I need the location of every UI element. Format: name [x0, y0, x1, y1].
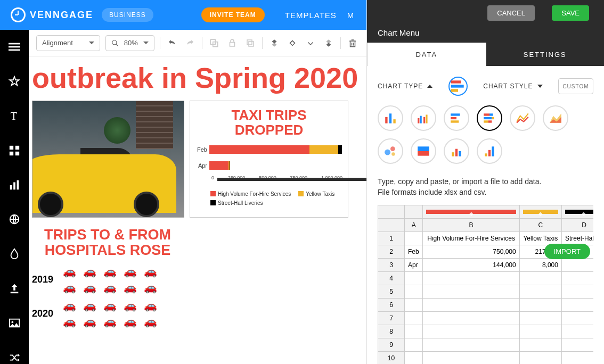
bring-to-front-button[interactable]	[268, 36, 281, 50]
chart-type-histogram[interactable]	[444, 138, 469, 164]
chevron-down-icon	[143, 42, 149, 44]
col-a[interactable]	[405, 205, 423, 219]
send-to-back-button[interactable]	[322, 36, 335, 50]
divider	[217, 178, 366, 181]
taxi-chart-card[interactable]: TAXI TRIPSDROPPED Feb Apr	[190, 101, 348, 218]
svg-rect-52	[455, 149, 458, 156]
bar-chart: Feb Apr 0 25	[195, 143, 342, 188]
chart-type-line[interactable]	[510, 105, 535, 131]
svg-rect-21	[249, 42, 254, 46]
year-2019: 2019	[32, 274, 53, 285]
svg-rect-27	[451, 80, 461, 83]
svg-rect-6	[10, 152, 13, 155]
chart-icon[interactable]	[7, 178, 22, 192]
svg-rect-45	[488, 120, 492, 122]
copy-button[interactable]	[244, 36, 257, 50]
svg-rect-19	[230, 42, 234, 46]
col-c[interactable]: ◆	[519, 205, 561, 219]
chart-type-stacked-bar[interactable]	[477, 105, 502, 131]
svg-rect-2	[9, 49, 20, 51]
chart-type-label[interactable]: CHART TYPE	[378, 82, 432, 90]
svg-rect-4	[10, 146, 13, 150]
zoom-value: 80%	[124, 39, 138, 47]
cancel-button[interactable]: CANCEL	[487, 5, 535, 21]
text-icon[interactable]: T	[7, 110, 22, 123]
svg-rect-28	[451, 85, 463, 87]
lock-button[interactable]	[226, 36, 239, 50]
headline-text[interactable]: outbreak in Spring 2020	[29, 56, 366, 101]
chart-type-grouped-column[interactable]	[411, 105, 436, 131]
drop-icon[interactable]	[7, 247, 22, 261]
svg-rect-50	[418, 151, 429, 156]
hospitals-section[interactable]: TRIPS TO & FROMHOSPITALS ROSE 2019 🚗🚗🚗🚗🚗…	[29, 218, 183, 327]
design-canvas[interactable]: outbreak in Spring 2020 TAXI TRIPSDROPPE…	[29, 56, 366, 364]
globe-icon[interactable]	[7, 213, 22, 226]
svg-rect-49	[418, 146, 429, 151]
image-icon[interactable]	[7, 316, 22, 329]
chart-legend: High Volume For-Hire Services Yellow Tax…	[210, 191, 342, 206]
svg-rect-12	[11, 292, 19, 293]
brand-name: VENNGAGE	[30, 10, 93, 21]
svg-rect-39	[451, 120, 459, 122]
svg-rect-35	[423, 117, 425, 123]
panel-title: Chart Menu	[378, 28, 419, 37]
redo-button[interactable]	[184, 36, 197, 50]
send-backward-button[interactable]	[304, 36, 317, 50]
card-title: TAXI TRIPSDROPPED	[195, 107, 342, 138]
svg-line-16	[116, 44, 118, 46]
alignment-dropdown[interactable]: Alignment	[36, 35, 100, 51]
svg-rect-31	[389, 113, 391, 123]
svg-rect-53	[459, 151, 461, 156]
selected-chart-type-icon[interactable]	[448, 77, 468, 96]
chart-type-bubble[interactable]	[378, 138, 403, 164]
chart-type-sorted-bar[interactable]	[477, 138, 502, 164]
svg-rect-32	[393, 119, 395, 123]
tab-settings[interactable]: SETTINGS	[486, 43, 605, 66]
svg-rect-0	[9, 43, 20, 45]
shapes-icon[interactable]	[7, 144, 22, 157]
svg-rect-36	[426, 115, 427, 123]
panel-header: CANCEL SAVE Chart Menu	[367, 0, 604, 43]
svg-rect-22	[350, 41, 355, 47]
bring-forward-button[interactable]	[286, 36, 299, 50]
import-button[interactable]: IMPORT	[544, 244, 590, 259]
chart-style-label[interactable]: CHART STYLE	[483, 82, 542, 90]
svg-rect-42	[484, 117, 492, 119]
panel-tabs: DATA SETTINGS	[367, 43, 604, 66]
svg-rect-55	[488, 150, 491, 156]
upload-icon[interactable]	[7, 282, 22, 295]
editor-toolbar: Alignment 80%	[29, 30, 366, 56]
panel-body: CHART TYPE CHART STYLE CUSTOM Type, copy…	[367, 66, 604, 364]
plan-pill[interactable]: BUSINESS	[102, 8, 153, 22]
custom-style-button[interactable]: CUSTOM	[558, 78, 593, 94]
data-sheet[interactable]: ◆ ◆ ◆ A B C D 1 High Volume For-Hire Ser…	[378, 205, 593, 364]
svg-point-15	[112, 40, 117, 44]
svg-point-46	[385, 150, 390, 155]
svg-rect-8	[10, 185, 12, 189]
chart-type-column[interactable]	[378, 105, 403, 131]
svg-rect-30	[385, 117, 387, 123]
svg-rect-38	[451, 117, 456, 119]
col-b[interactable]: ◆	[423, 205, 519, 219]
nav-cutoff: M	[347, 11, 354, 20]
star-icon[interactable]	[7, 75, 22, 88]
chart-type-bar[interactable]	[444, 105, 469, 131]
taxi-photo[interactable]	[32, 101, 184, 218]
zoom-dropdown[interactable]: 80%	[105, 35, 154, 51]
delete-button[interactable]	[346, 36, 359, 50]
templates-link[interactable]: TEMPLATES	[285, 11, 337, 20]
shuffle-icon[interactable]	[7, 351, 22, 364]
svg-rect-29	[451, 89, 458, 92]
col-d[interactable]: ◆	[561, 205, 593, 219]
chart-type-area[interactable]	[543, 105, 568, 131]
menu-icon[interactable]	[7, 40, 22, 54]
group-button[interactable]	[208, 36, 221, 50]
save-button[interactable]: SAVE	[552, 5, 589, 21]
chart-type-stacked-area[interactable]	[411, 138, 436, 164]
corner-cell	[378, 205, 405, 219]
undo-button[interactable]	[166, 36, 178, 50]
tab-data[interactable]: DATA	[367, 43, 486, 66]
logo[interactable]: VENNGAGE	[11, 7, 93, 22]
invite-team-button[interactable]: INVITE TEAM	[201, 7, 265, 22]
car-grid-2019: 🚗🚗🚗🚗🚗 🚗🚗🚗🚗🚗	[63, 266, 160, 293]
